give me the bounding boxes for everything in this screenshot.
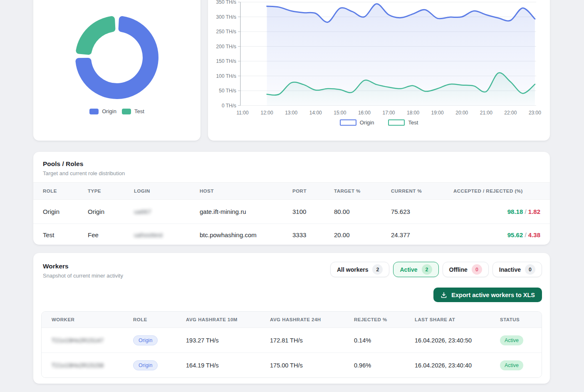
col-last-share-at: LAST SHARE AT — [415, 317, 500, 322]
col-port: PORT — [292, 189, 334, 194]
pool-host: gate.ift-mining.ru — [200, 208, 292, 215]
col-host: HOST — [200, 189, 292, 194]
svg-text:350 TH/s: 350 TH/s — [216, 0, 236, 5]
download-icon — [440, 292, 447, 298]
filter-active-button[interactable]: Active 2 — [393, 262, 438, 277]
svg-text:16:00: 16:00 — [358, 110, 371, 116]
col-type: TYPE — [88, 189, 134, 194]
role-pill: Origin — [133, 335, 158, 345]
accepted-rejected-separator: / — [525, 208, 528, 215]
worker-last-share-at: 16.04.2026, 23:40:50 — [415, 337, 500, 344]
hashrate-timeline-card: 0 TH/s50 TH/s100 TH/s150 TH/s200 TH/s250… — [208, 0, 550, 141]
worker-name-redacted: T21x19Hx2R15158 — [52, 362, 133, 369]
svg-text:250 TH/s: 250 TH/s — [216, 29, 236, 35]
role-distribution-card: Origin Test — [33, 0, 200, 141]
test-legend-label: Test — [134, 108, 144, 114]
svg-text:0 TH/s: 0 TH/s — [222, 103, 236, 109]
svg-text:23:00: 23:00 — [529, 110, 541, 116]
col-avg-hashrate-10m: AVG HASHRATE 10M — [186, 317, 270, 322]
test-line-legend-label: Test — [408, 119, 418, 126]
role-distribution-donut-chart — [33, 0, 200, 141]
svg-text:14:00: 14:00 — [309, 110, 322, 116]
col-login: LOGIN — [134, 189, 200, 194]
svg-text:17:00: 17:00 — [382, 110, 395, 116]
origin-line-swatch — [340, 119, 356, 126]
col-current: CURRENT % — [391, 189, 453, 194]
origin-legend-label: Origin — [102, 108, 116, 114]
worker-hashrate-10m: 193.27 TH/s — [186, 337, 270, 344]
col-worker: WORKER — [52, 317, 133, 322]
status-badge: Active — [500, 335, 523, 345]
svg-text:200 TH/s: 200 TH/s — [216, 44, 236, 50]
pool-accepted-rejected: 98.18 / 1.82 — [453, 208, 540, 215]
role-pill: Origin — [133, 360, 158, 370]
pools-roles-card: Pools / Roles Target and current role di… — [33, 152, 550, 245]
test-swatch — [122, 109, 131, 114]
workers-table: WORKER ROLE AVG HASHRATE 10M AVG HASHRAT… — [41, 311, 542, 378]
workers-subtitle: Snapshot of current miner activity — [43, 273, 123, 279]
col-rejected-pct: REJECTED % — [354, 317, 415, 322]
workers-card: Workers Snapshot of current miner activi… — [33, 253, 550, 384]
worker-role-cell: Origin — [133, 360, 186, 370]
worker-rejected-pct: 0.96% — [354, 362, 415, 369]
origin-swatch — [89, 109, 99, 114]
svg-text:19:00: 19:00 — [431, 110, 444, 116]
donut-legend: Origin Test — [33, 108, 200, 114]
filter-offline-label: Offline — [449, 266, 468, 273]
status-badge: Active — [500, 360, 523, 370]
line-legend-item-test[interactable]: Test — [388, 119, 418, 126]
charts-row: Origin Test 0 TH/s50 TH/s100 TH/s150 TH/… — [33, 0, 550, 141]
svg-text:15:00: 15:00 — [334, 110, 346, 116]
svg-text:50 TH/s: 50 TH/s — [219, 88, 236, 94]
pool-login-redacted: ua667 — [134, 208, 200, 215]
pool-accepted-rejected: 95.62 / 4.38 — [453, 231, 540, 238]
filter-inactive-button[interactable]: Inactive 0 — [492, 262, 542, 277]
all-workers-count-badge: 2 — [372, 264, 383, 275]
rejected-pct: 1.82 — [528, 208, 540, 215]
donut-legend-item-origin[interactable]: Origin — [89, 108, 116, 114]
worker-row: T21x19Hx2R15147 Origin 193.27 TH/s 172.8… — [42, 328, 542, 353]
inactive-count-badge: 0 — [525, 264, 535, 275]
pool-host: btc.powhashing.com — [200, 231, 292, 238]
accepted-rejected-separator: / — [525, 231, 528, 238]
worker-last-share-at: 16.04.2026, 23:40:40 — [415, 362, 500, 369]
pools-table-row: Test Fee uahosttest btc.powhashing.com 3… — [33, 224, 550, 245]
pool-type: Origin — [88, 208, 134, 215]
pool-target-pct: 80.00 — [334, 208, 391, 215]
svg-text:300 TH/s: 300 TH/s — [216, 14, 236, 20]
worker-row: T21x19Hx2R15158 Origin 164.19 TH/s 175.0… — [42, 353, 542, 377]
worker-hashrate-24h: 172.81 TH/s — [270, 337, 354, 344]
filter-inactive-label: Inactive — [499, 266, 521, 273]
pools-roles-title: Pools / Roles — [43, 160, 550, 168]
line-legend-item-origin[interactable]: Origin — [340, 119, 374, 126]
worker-hashrate-10m: 164.19 TH/s — [186, 362, 270, 369]
workers-title: Workers — [43, 263, 123, 270]
col-role: ROLE — [43, 189, 88, 194]
worker-filters: All workers 2 Active 2 Offline 0 Inactiv… — [330, 262, 542, 277]
test-line-swatch — [388, 119, 405, 126]
pool-port: 3333 — [292, 231, 334, 238]
pool-target-pct: 20.00 — [334, 231, 391, 238]
pool-current-pct: 24.377 — [391, 231, 453, 238]
pool-current-pct: 75.623 — [391, 208, 453, 215]
accepted-pct: 98.18 — [507, 208, 523, 215]
filter-offline-button[interactable]: Offline 0 — [443, 262, 489, 277]
pools-table-row: Origin Origin ua667 gate.ift-mining.ru 3… — [33, 200, 550, 224]
svg-text:18:00: 18:00 — [407, 110, 419, 116]
pool-port: 3100 — [292, 208, 334, 215]
worker-rejected-pct: 0.14% — [354, 337, 415, 344]
export-button-label: Export active workers to XLS — [451, 292, 535, 298]
export-active-workers-button[interactable]: Export active workers to XLS — [433, 288, 542, 302]
filter-active-label: Active — [400, 266, 417, 273]
col-accepted-rejected: ACCEPTED / REJECTED (%) — [453, 189, 540, 194]
origin-line-legend-label: Origin — [360, 119, 374, 126]
active-count-badge: 2 — [422, 264, 432, 275]
donut-legend-item-test[interactable]: Test — [122, 108, 144, 114]
svg-text:13:00: 13:00 — [285, 110, 297, 116]
svg-text:150 TH/s: 150 TH/s — [216, 58, 236, 64]
filter-all-workers-button[interactable]: All workers 2 — [330, 262, 389, 277]
worker-role-cell: Origin — [133, 335, 186, 345]
worker-hashrate-24h: 175.00 TH/s — [270, 362, 354, 369]
pool-type: Fee — [88, 231, 134, 238]
svg-text:20:00: 20:00 — [455, 110, 468, 116]
